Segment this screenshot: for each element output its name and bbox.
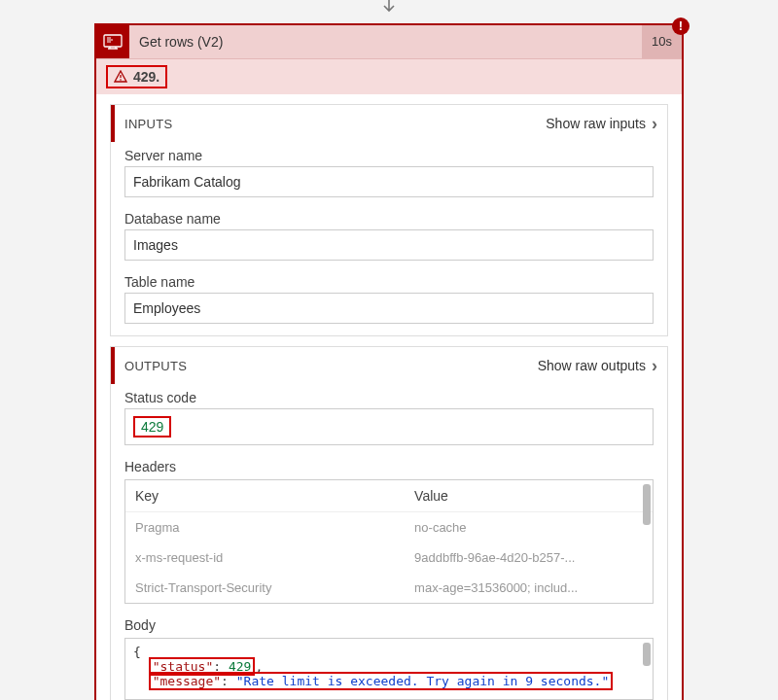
svg-point-2 <box>120 79 122 81</box>
chevron-right-icon: › <box>652 114 657 134</box>
headers-label: Headers <box>124 459 654 474</box>
scrollbar-thumb[interactable] <box>643 484 651 525</box>
table-row: Pragma no-cache <box>125 512 653 542</box>
database-name-value[interactable]: Images <box>124 229 654 261</box>
outputs-title: OUTPUTS <box>115 359 538 373</box>
show-raw-inputs-link[interactable]: Show raw inputs › <box>546 114 657 134</box>
headers-table[interactable]: Key Value Pragma no-cache x-ms-request-i… <box>124 479 654 604</box>
status-code-callout: 429 <box>133 416 171 438</box>
sql-connector-icon <box>96 25 129 58</box>
table-name-value[interactable]: Employees <box>124 293 654 324</box>
card-title: Get rows (V2) <box>129 34 642 50</box>
body-json[interactable]: { "status": 429, "message": "Rate limit … <box>124 638 654 700</box>
database-name-label: Database name <box>124 211 654 227</box>
table-header-row: Key Value <box>125 480 653 512</box>
col-value: Value <box>414 488 643 504</box>
error-strip: 429. <box>96 58 682 94</box>
error-code-text: 429. <box>133 69 159 85</box>
warning-icon <box>114 70 127 84</box>
chevron-right-icon: › <box>652 356 657 376</box>
flow-arrow-down-icon <box>380 0 398 20</box>
error-badge-icon: ! <box>672 18 690 35</box>
inputs-panel: INPUTS Show raw inputs › Server name Fab… <box>110 104 668 336</box>
col-key: Key <box>135 488 414 504</box>
status-code-label: Status code <box>124 390 654 405</box>
action-card: ! Get rows (V2) 10s 429. <box>94 23 684 700</box>
body-label: Body <box>124 617 654 633</box>
status-code-value[interactable]: 429 <box>124 408 654 445</box>
server-name-label: Server name <box>124 148 654 163</box>
scrollbar-thumb[interactable] <box>643 643 651 666</box>
error-code-callout: 429. <box>106 65 167 88</box>
inputs-title: INPUTS <box>115 117 546 131</box>
table-row: x-ms-request-id 9addbffb-96ae-4d20-b257-… <box>125 542 653 573</box>
table-name-label: Table name <box>124 274 654 290</box>
svg-rect-0 <box>104 35 122 47</box>
show-raw-outputs-link[interactable]: Show raw outputs › <box>538 356 657 376</box>
card-header[interactable]: Get rows (V2) 10s <box>96 25 682 58</box>
table-row: Strict-Transport-Security max-age=315360… <box>125 573 653 603</box>
server-name-value[interactable]: Fabrikam Catalog <box>124 166 654 197</box>
outputs-panel: OUTPUTS Show raw outputs › Status code 4… <box>110 346 668 700</box>
